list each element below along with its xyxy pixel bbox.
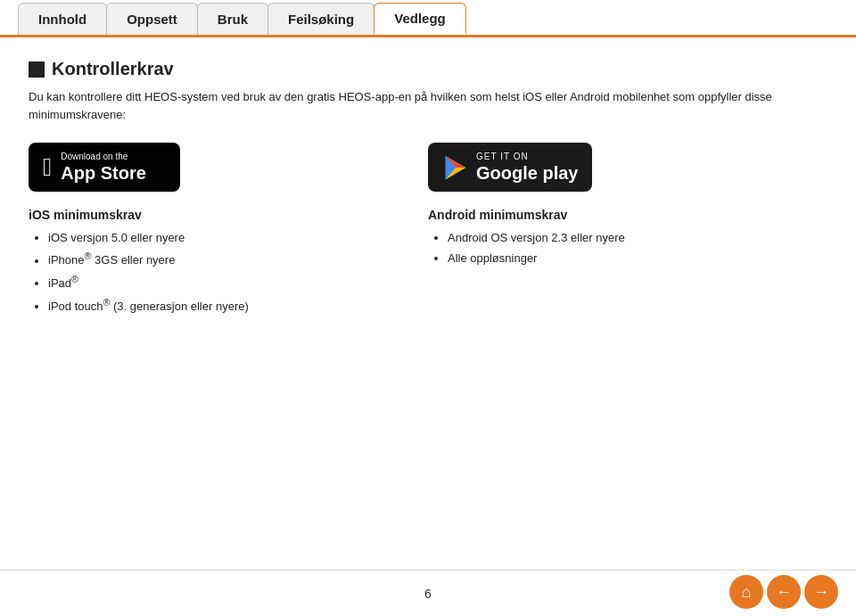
appstore-line2: App Store: [61, 162, 146, 184]
section-title: Kontrollerkrav: [29, 59, 827, 79]
section-title-text: Kontrollerkrav: [52, 59, 174, 79]
badges-row:  Download on the App Store GET IT ON: [29, 143, 827, 192]
home-button[interactable]: ⌂: [729, 575, 763, 609]
appstore-line1: Download on the: [61, 152, 146, 162]
googleplay-badge[interactable]: GET IT ON Google play: [428, 143, 592, 192]
tab-vedlegg-label: Vedlegg: [394, 11, 446, 26]
tab-bruk-label: Bruk: [218, 12, 248, 27]
prev-icon: ←: [776, 583, 792, 602]
android-req-item: Alle oppløsninger: [448, 248, 827, 268]
googleplay-text: GET IT ON Google play: [476, 152, 578, 184]
requirements-row: iOS minimumskrav iOS versjon 5.0 eller n…: [29, 208, 827, 317]
ios-req-item: iOS versjon 5.0 eller nyere: [48, 227, 428, 248]
tab-vedlegg[interactable]: Vedlegg: [374, 3, 466, 35]
appstore-col:  Download on the App Store: [29, 143, 428, 192]
apple-icon: : [43, 153, 52, 182]
android-req-title: Android minimumskrav: [428, 208, 827, 222]
googleplay-line2: Google play: [476, 162, 578, 184]
page-number: 6: [424, 587, 432, 601]
section-description: Du kan kontrollere ditt HEOS-system ved …: [29, 88, 827, 123]
ios-req-list: iOS versjon 5.0 eller nyere iPhone® 3GS …: [29, 227, 428, 317]
tab-oppsett-label: Oppsett: [127, 12, 177, 27]
android-requirements: Android minimumskrav Android OS versjon …: [428, 208, 827, 317]
tab-bruk[interactable]: Bruk: [197, 3, 268, 35]
appstore-text: Download on the App Store: [61, 152, 146, 184]
googleplay-col: GET IT ON Google play: [428, 143, 827, 192]
appstore-badge[interactable]:  Download on the App Store: [29, 143, 180, 192]
android-req-list: Android OS versjon 2.3 eller nyere Alle …: [428, 227, 827, 269]
section-icon: [29, 62, 45, 78]
ios-req-item: iPad®: [48, 271, 428, 294]
android-req-item: Android OS versjon 2.3 eller nyere: [448, 227, 827, 248]
ios-req-item: iPod touch® (3. generasjon eller nyere): [48, 294, 428, 317]
tab-oppsett[interactable]: Oppsett: [106, 3, 198, 35]
googleplay-icon: [442, 154, 469, 181]
tab-innhold-label: Innhold: [38, 12, 86, 27]
googleplay-line1: GET IT ON: [476, 152, 578, 162]
nav-buttons: ⌂ ← →: [729, 575, 838, 609]
bottom-bar: 6: [0, 570, 856, 616]
ios-req-item: iPhone® 3GS eller nyere: [48, 248, 428, 271]
next-button[interactable]: →: [804, 575, 838, 609]
tab-feilsoking-label: Feilsøking: [288, 12, 354, 27]
tab-navigation: Innhold Oppsett Bruk Feilsøking Vedlegg: [0, 0, 856, 37]
home-icon: ⌂: [742, 583, 752, 602]
tab-feilsoking[interactable]: Feilsøking: [268, 3, 374, 35]
prev-button[interactable]: ←: [767, 575, 801, 609]
ios-requirements: iOS minimumskrav iOS versjon 5.0 eller n…: [29, 208, 428, 317]
main-content: Kontrollerkrav Du kan kontrollere ditt H…: [0, 37, 856, 389]
next-icon: →: [813, 583, 829, 602]
ios-req-title: iOS minimumskrav: [29, 208, 428, 222]
tab-innhold[interactable]: Innhold: [18, 3, 107, 35]
